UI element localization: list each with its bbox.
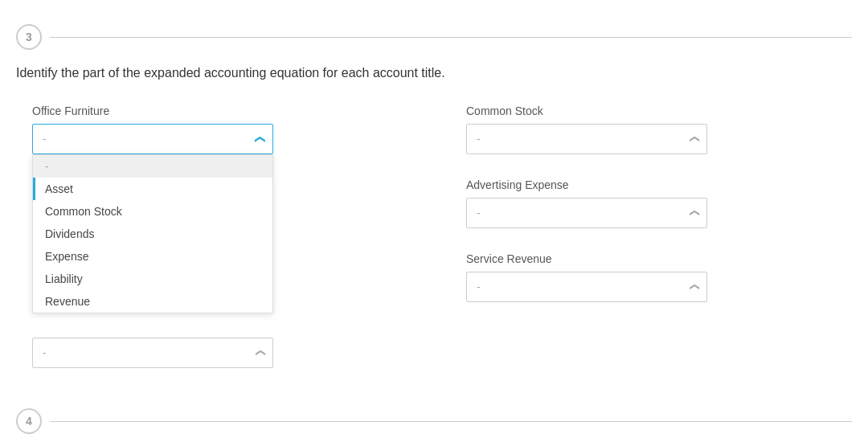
common-stock-select[interactable]: - xyxy=(466,124,707,154)
page-wrapper: 3 Identify the part of the expanded acco… xyxy=(0,0,868,434)
office-furniture-second-select[interactable]: - xyxy=(32,338,273,368)
advertising-expense-group: Advertising Expense - ❮ xyxy=(466,178,836,228)
dropdown-option-expense[interactable]: Expense xyxy=(33,245,272,268)
common-stock-select-wrapper: - ❮ xyxy=(466,124,707,154)
service-revenue-select-wrapper: - ❮ xyxy=(466,272,707,302)
form-area: Office Furniture - ❮ - Asset Common Stoc… xyxy=(0,104,868,368)
step-3-row: 3 xyxy=(0,16,868,58)
office-furniture-second-select-wrapper: - ❮ xyxy=(32,338,273,368)
service-revenue-group: Service Revenue - ❮ xyxy=(466,252,836,302)
step-3-line xyxy=(50,37,852,38)
service-revenue-label: Service Revenue xyxy=(466,252,836,265)
dropdown-option-common-stock[interactable]: Common Stock xyxy=(33,200,272,223)
dropdown-option-liability[interactable]: Liability xyxy=(33,268,272,290)
left-column: Office Furniture - ❮ - Asset Common Stoc… xyxy=(32,104,402,368)
step-3-circle: 3 xyxy=(16,24,42,50)
dropdown-option-asset[interactable]: Asset xyxy=(33,178,272,200)
dropdown-option-dividends[interactable]: Dividends xyxy=(33,223,272,245)
question-text: Identify the part of the expanded accoun… xyxy=(0,66,868,104)
dropdown-option-dash[interactable]: - xyxy=(33,155,272,178)
office-furniture-select-wrapper: - ❮ - Asset Common Stock Dividends Expen… xyxy=(32,124,273,154)
step-4-circle: 4 xyxy=(16,408,42,434)
step-4-line xyxy=(50,421,852,422)
dropdown-option-revenue[interactable]: Revenue xyxy=(33,290,272,313)
right-column: Common Stock - ❮ Advertising Expense - xyxy=(466,104,836,368)
advertising-expense-select[interactable]: - xyxy=(466,198,707,228)
office-furniture-dropdown: - Asset Common Stock Dividends Expense L… xyxy=(32,154,273,313)
advertising-expense-select-wrapper: - ❮ xyxy=(466,198,707,228)
service-revenue-select[interactable]: - xyxy=(466,272,707,302)
office-furniture-group: Office Furniture - ❮ - Asset Common Stoc… xyxy=(32,104,402,368)
common-stock-label: Common Stock xyxy=(466,104,836,117)
advertising-expense-label: Advertising Expense xyxy=(466,178,836,191)
office-furniture-label: Office Furniture xyxy=(32,104,402,117)
common-stock-group: Common Stock - ❮ xyxy=(466,104,836,154)
step-4-row: 4 xyxy=(0,400,868,434)
office-furniture-select[interactable]: - xyxy=(32,124,273,154)
